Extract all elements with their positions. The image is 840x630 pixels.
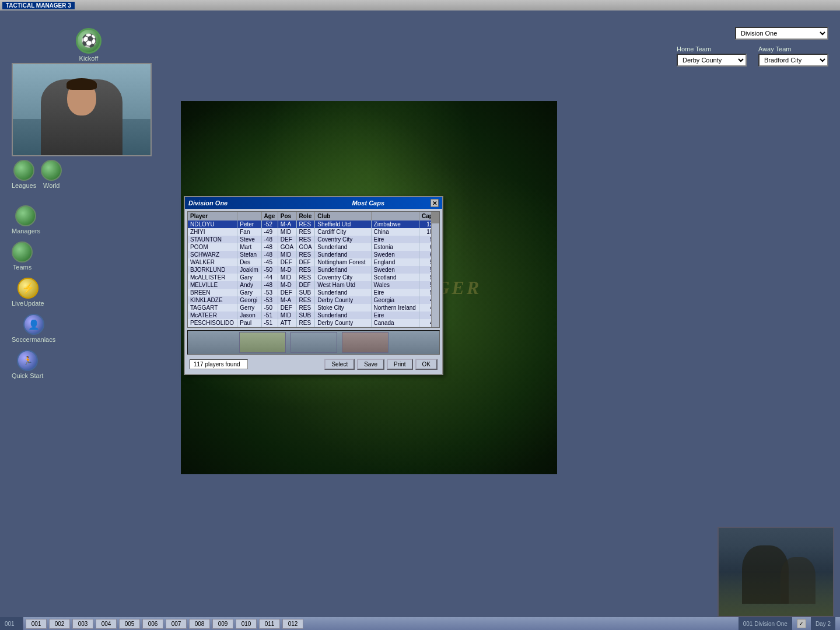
taskbar-tab[interactable]: 001 [26, 619, 47, 629]
liveupdate-icon[interactable]: ⚡ [18, 278, 38, 299]
print-button[interactable]: Print [387, 359, 413, 370]
taskbar-tab[interactable]: 006 [142, 619, 163, 629]
managers-nav[interactable]: Managers [12, 205, 40, 235]
table-scrollbar[interactable] [431, 212, 439, 327]
cell-pos: MID [278, 228, 296, 236]
dialog-buttons: Select Save Print OK [324, 359, 438, 370]
taskbar-tabs: 001002003004005006007008009010011012 [23, 617, 306, 630]
teams-icon[interactable] [12, 242, 33, 262]
scrollbar-thumb[interactable] [432, 212, 439, 223]
table-row[interactable]: BREEN Gary -53 DEF SUB Sunderland Eire 5… [188, 289, 439, 296]
world-icon[interactable] [41, 160, 62, 181]
table-row[interactable]: SCHWARZ Stefan -48 MID RES Sunderland Sw… [188, 251, 439, 258]
table-row[interactable]: PESCHISOLIDO Paul -51 ATT RES Derby Coun… [188, 319, 439, 327]
dialog-close-button[interactable]: ✕ [430, 199, 439, 207]
cell-club: Cardiff City [315, 228, 371, 236]
cell-age: -48 [261, 281, 278, 289]
cell-nation: Georgia [371, 296, 419, 304]
leagues-nav[interactable]: Leagues [12, 160, 36, 189]
cell-pos: M-D [278, 266, 296, 274]
table-row[interactable]: WALKER Des -45 DEF DEF Nottingham Forest… [188, 258, 439, 266]
world-nav[interactable]: World [41, 160, 62, 189]
most-caps-dialog: Division One Most Caps ✕ Player Age Pos … [184, 196, 443, 375]
cell-role: DEF [296, 281, 315, 289]
cell-pos: M-A [278, 220, 296, 228]
leagues-icon[interactable] [13, 160, 34, 181]
away-team-wrap: Away Team Bradford City Derby County [758, 46, 828, 66]
quickstart-nav[interactable]: 🏃 Quick Start [12, 350, 43, 379]
cell-role: RES [296, 228, 315, 236]
cell-nation: Eire [371, 312, 419, 319]
table-row[interactable]: MELVILLE Andy -48 M-D DEF West Ham Utd W… [188, 281, 439, 289]
taskbar-day: Day 2 [811, 617, 835, 630]
table-row[interactable]: McALLISTER Gary -44 MID RES Coventry Cit… [188, 274, 439, 281]
cell-pos: M-A [278, 296, 296, 304]
taskbar-tab[interactable]: 003 [72, 619, 93, 629]
taskbar-tab[interactable]: 009 [212, 619, 233, 629]
taskbar-tab[interactable]: 010 [236, 619, 257, 629]
cell-nation: England [371, 258, 419, 266]
cell-club: Nottingham Forest [315, 258, 371, 266]
cell-firstname: Jason [237, 312, 261, 319]
cell-nation: Northern Ireland [371, 304, 419, 312]
col-pos: Pos [278, 212, 296, 220]
table-row[interactable]: NDLOYU Peter -52 M-A RES Sheffield Utd Z… [188, 220, 439, 228]
table-row[interactable]: BJORKLUND Joakim -50 M-D RES Sunderland … [188, 266, 439, 274]
taskbar-tab[interactable]: 005 [119, 619, 140, 629]
teams-nav[interactable]: Teams [12, 242, 33, 271]
taskbar-tab[interactable]: 002 [49, 619, 70, 629]
leagues-label: Leagues [12, 182, 36, 189]
dialog-title-division: Division One [188, 200, 309, 206]
select-button[interactable]: Select [324, 359, 355, 370]
soccermaniacs-icon[interactable]: 👤 [23, 314, 44, 335]
cell-age: -48 [261, 243, 278, 251]
cell-nation: Wales [371, 281, 419, 289]
taskbar-tab[interactable]: 007 [166, 619, 187, 629]
quickstart-icon[interactable]: 🏃 [17, 350, 38, 371]
cell-pos: MID [278, 251, 296, 258]
col-role: Role [296, 212, 315, 220]
cell-nation: Estonia [371, 243, 419, 251]
kickoff-label: Kickoff [76, 55, 102, 62]
kickoff-icon[interactable]: ⚽ [76, 28, 102, 54]
table-row[interactable]: POOM Mart -48 GOA GOA Sunderland Estonia… [188, 243, 439, 251]
taskbar-right: 001 Division One ✓ Day 2 [738, 617, 840, 630]
table-row[interactable]: McATEER Jason -51 MID SUB Sunderland Eir… [188, 312, 439, 319]
players-table: Player Age Pos Role Club Caps NDLOYU Pet… [188, 212, 439, 328]
taskbar-icon: ✓ [797, 619, 806, 628]
managers-icon[interactable] [15, 205, 36, 226]
taskbar-tab[interactable]: 004 [96, 619, 117, 629]
taskbar-tab[interactable]: 012 [282, 619, 303, 629]
cell-firstname: Andy [237, 281, 261, 289]
cell-firstname: Mart [237, 243, 261, 251]
title-bar: TACTICAL MANAGER 3 [0, 0, 840, 10]
cell-lastname: ZHIYI [188, 228, 237, 236]
cell-role: SUB [296, 289, 315, 296]
cell-firstname: Stefan [237, 251, 261, 258]
home-team-select[interactable]: Derby County Bradford City [677, 54, 747, 66]
table-row[interactable]: SAKIRI Artim -53 ATT RES West Bromwich A… [188, 327, 439, 328]
cell-firstname: Paul [237, 319, 261, 327]
taskbar-tab[interactable]: 008 [189, 619, 210, 629]
soccermaniacs-nav[interactable]: 👤 Soccermaniacs [12, 314, 55, 343]
table-row[interactable]: ZHIYI Fan -49 MID RES Cardiff City China… [188, 228, 439, 236]
dialog-title-mostcaps: Most Caps [309, 200, 429, 206]
table-row[interactable]: TAGGART Gerry -50 DEF RES Stoke City Nor… [188, 304, 439, 312]
away-team-select[interactable]: Bradford City Derby County [758, 54, 828, 66]
cell-nation: Zimbabwe [371, 220, 419, 228]
cell-nation: Canada [371, 319, 419, 327]
cell-nation: Sweden [371, 266, 419, 274]
division-select[interactable]: Division One Premier League Division Two [735, 27, 828, 40]
ok-button[interactable]: OK [415, 359, 438, 370]
cell-firstname: Gerry [237, 304, 261, 312]
players-tbody: NDLOYU Peter -52 M-A RES Sheffield Utd Z… [188, 220, 439, 328]
col-lastname: Player [188, 212, 237, 220]
cell-role: RES [296, 327, 315, 328]
liveupdate-nav[interactable]: ⚡ LiveUpdate [12, 278, 44, 307]
cell-age: -53 [261, 289, 278, 296]
save-button[interactable]: Save [357, 359, 384, 370]
table-row[interactable]: STAUNTON Steve -48 DEF RES Coventry City… [188, 236, 439, 243]
cell-club: Coventry City [315, 274, 371, 281]
taskbar-tab[interactable]: 011 [259, 619, 280, 629]
table-row[interactable]: KINKLADZE Georgi -53 M-A RES Derby Count… [188, 296, 439, 304]
